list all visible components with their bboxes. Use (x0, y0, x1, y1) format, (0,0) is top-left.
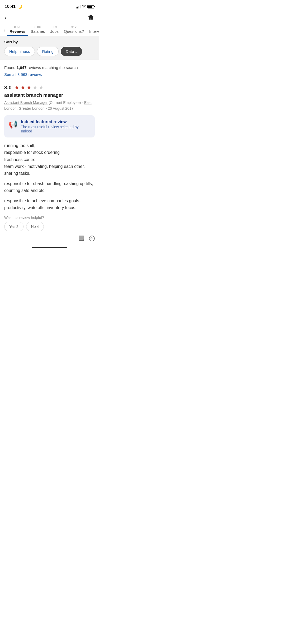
review-paragraph-2: responsible for chash handling- cashing … (4, 180, 95, 194)
moon-icon: 🌙 (18, 4, 22, 9)
scroll-to-top-icon[interactable] (89, 236, 95, 243)
bookmark-icon[interactable] (78, 235, 84, 243)
review-rating-number: 3.0 (4, 85, 12, 91)
yes-button[interactable]: Yes 2 (4, 222, 23, 231)
tab-reviews-count: 8.6K (14, 25, 21, 29)
signal-icon (76, 5, 81, 8)
top-nav: ‹ (0, 12, 99, 24)
star-2: ★ (20, 84, 26, 91)
tab-interviews[interactable]: Intervie (87, 28, 99, 36)
star-3: ★ (26, 84, 32, 91)
featured-box: 📢 Indeed featured review The most useful… (4, 115, 95, 137)
status-bar: 10:41 🌙 (0, 0, 99, 12)
wifi-icon (82, 4, 86, 9)
results-suffix: reviews matching the search (26, 65, 78, 70)
tab-salaries[interactable]: 6.8K Salaries (28, 24, 48, 36)
status-time: 10:41 (5, 4, 16, 9)
tab-salaries-label: Salaries (31, 29, 45, 34)
review-paragraph-1: running the shift,responsible for stock … (4, 142, 95, 177)
tab-interviews-label: Intervie (89, 29, 99, 34)
review-paragraph-3: responsible to achieve companies goals- … (4, 197, 95, 211)
tab-salaries-count: 6.8K (35, 25, 41, 29)
no-button[interactable]: No 4 (26, 222, 44, 231)
star-5: ★ (39, 84, 44, 91)
featured-text: Indeed featured review The most useful r… (21, 119, 91, 133)
review-date: 26 August 2017 (48, 106, 73, 111)
review-body: running the shift,responsible for stock … (4, 142, 95, 211)
sort-date-button[interactable]: Date ↓ (61, 47, 82, 56)
svg-rect-1 (79, 236, 84, 240)
tab-left-arrow[interactable]: ‹ (2, 27, 7, 36)
battery-icon (87, 5, 94, 8)
tab-reviews-label: Reviews (10, 29, 25, 34)
results-count: 1,647 (17, 65, 27, 70)
tab-jobs[interactable]: 553 Jobs (48, 24, 61, 36)
review-title: assistant branch manager (4, 93, 95, 98)
vote-buttons: Yes 2 No 4 (4, 222, 95, 231)
tab-questions-label: Questions? (64, 29, 84, 34)
home-button[interactable] (87, 14, 94, 22)
tab-jobs-label: Jobs (50, 29, 59, 34)
back-button[interactable]: ‹ (5, 15, 7, 21)
reviewer-role-link[interactable]: Assistant Branch Manager (4, 100, 48, 105)
helpful-question: Was this review helpful? (4, 215, 95, 220)
sort-helpfulness-button[interactable]: Helpfulness (4, 47, 35, 56)
home-indicator (0, 244, 99, 250)
tab-bar: ‹ 8.6K Reviews 6.8K Salaries 553 Jobs 31… (0, 24, 99, 36)
reviewer-info: Assistant Branch Manager (Current Employ… (4, 100, 95, 112)
megaphone-icon: 📢 (8, 120, 18, 129)
tab-jobs-count: 553 (52, 25, 57, 29)
results-info: Found 1,647 reviews matching the search … (0, 60, 99, 79)
status-icons (76, 4, 94, 9)
sort-by-label: Sort by (4, 40, 95, 44)
featured-title: Indeed featured review (21, 119, 91, 124)
tab-questions[interactable]: 312 Questions? (61, 24, 87, 36)
review-stars: ★ ★ ★ ★ ★ (14, 84, 44, 91)
tab-questions-count: 312 (71, 25, 77, 29)
featured-subtitle: The most useful review selected by Indee… (21, 125, 91, 133)
sort-buttons: Helpfulness Rating Date ↓ (4, 47, 95, 56)
sort-rating-button[interactable]: Rating (37, 47, 58, 56)
tab-reviews[interactable]: 8.6K Reviews (7, 24, 28, 36)
tab-bar-wrapper: ‹ 8.6K Reviews 6.8K Salaries 553 Jobs 31… (0, 24, 99, 36)
star-1: ★ (14, 84, 20, 91)
results-found-text: Found (4, 65, 17, 70)
employee-status: (Current Employee) (49, 100, 81, 105)
review-card: 3.0 ★ ★ ★ ★ ★ assistant branch manager A… (0, 79, 99, 234)
bottom-toolbar (0, 234, 99, 244)
star-4: ★ (32, 84, 38, 91)
sort-bar: Sort by Helpfulness Rating Date ↓ (0, 36, 99, 60)
rating-row: 3.0 ★ ★ ★ ★ ★ (4, 84, 95, 91)
see-all-reviews-link[interactable]: See all 8,563 reviews (4, 71, 95, 78)
home-indicator-bar (32, 247, 67, 248)
